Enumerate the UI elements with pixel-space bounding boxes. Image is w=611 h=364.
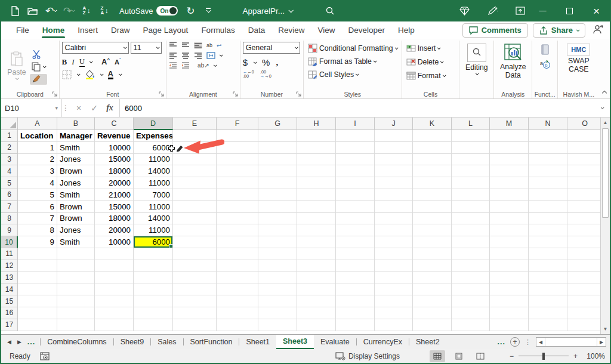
cell-F16[interactable] [217, 307, 258, 319]
delete-cells-button[interactable]: Delete [405, 57, 457, 67]
cell-D5[interactable]: 11000 [134, 177, 173, 189]
cell-L3[interactable] [452, 154, 490, 166]
decrease-decimal-icon[interactable]: .00→→0 [260, 70, 271, 78]
conditional-formatting-button[interactable]: Conditional Formatting [306, 43, 399, 54]
premium-diamond-icon[interactable] [455, 2, 473, 19]
cell-J4[interactable] [375, 165, 413, 177]
column-header-D[interactable]: D [134, 118, 173, 130]
row-header-7[interactable]: 7 [1, 201, 18, 213]
column-header-L[interactable]: L [452, 118, 490, 130]
cell-O1[interactable] [567, 130, 603, 142]
cell-E5[interactable] [173, 177, 217, 189]
cell-N6[interactable] [529, 189, 567, 201]
cell-M12[interactable] [490, 260, 529, 272]
cell-A7[interactable]: 6 [18, 201, 57, 213]
cell-M1[interactable] [490, 130, 529, 142]
sheet-tab-sheet3[interactable]: Sheet3 [276, 335, 314, 349]
cell-I13[interactable] [336, 272, 375, 284]
cell-I5[interactable] [336, 177, 375, 189]
cell-K5[interactable] [413, 177, 452, 189]
cell-N14[interactable] [529, 283, 567, 295]
cell-F12[interactable] [217, 260, 258, 272]
bold-button[interactable]: B [62, 57, 67, 67]
cell-O5[interactable] [567, 177, 603, 189]
ink-pen-icon[interactable] [484, 2, 502, 19]
cell-G11[interactable] [258, 248, 297, 260]
cell-H7[interactable] [297, 201, 336, 213]
cell-B10[interactable]: Smith [57, 236, 95, 248]
increase-font-size-button[interactable]: A^ [101, 57, 110, 66]
cell-K12[interactable] [413, 260, 452, 272]
cell-B7[interactable]: Brown [57, 201, 95, 213]
cell-E9[interactable] [173, 224, 217, 236]
next-sheet-icon[interactable]: ▶ [17, 339, 21, 345]
cell-K2[interactable] [413, 142, 452, 154]
tab-review[interactable]: Review [271, 21, 311, 39]
cell-M15[interactable] [490, 295, 529, 307]
cell-D13[interactable] [134, 272, 173, 284]
cell-L12[interactable] [452, 260, 490, 272]
cell-G16[interactable] [258, 307, 297, 319]
cell-H6[interactable] [297, 189, 336, 201]
column-header-M[interactable]: M [490, 118, 529, 130]
cell-N12[interactable] [529, 260, 567, 272]
cell-A4[interactable]: 3 [18, 165, 57, 177]
cell-J16[interactable] [375, 307, 413, 319]
column-header-N[interactable]: N [529, 118, 567, 130]
row-header-12[interactable]: 12 [1, 260, 18, 272]
cell-F13[interactable] [217, 272, 258, 284]
cell-N5[interactable] [529, 177, 567, 189]
scroll-left-icon[interactable]: ◀ [536, 338, 545, 346]
cell-L15[interactable] [452, 295, 490, 307]
accounting-dropdown-icon[interactable] [254, 60, 257, 64]
cell-H9[interactable] [297, 224, 336, 236]
cell-A16[interactable] [18, 307, 57, 319]
tab-insert[interactable]: Insert [71, 21, 104, 39]
align-center-icon[interactable] [181, 52, 190, 59]
cell-I6[interactable] [336, 189, 375, 201]
comma-style-icon[interactable]: , [276, 57, 278, 67]
cell-C8[interactable]: 18000 [95, 213, 134, 225]
cell-I9[interactable] [336, 224, 375, 236]
cell-I2[interactable] [336, 142, 375, 154]
cell-F5[interactable] [217, 177, 258, 189]
cell-A17[interactable] [18, 319, 57, 331]
column-header-C[interactable]: C [95, 118, 134, 130]
cell-E12[interactable] [173, 260, 217, 272]
cell-J14[interactable] [375, 283, 413, 295]
cell-G5[interactable] [258, 177, 297, 189]
cell-G13[interactable] [258, 272, 297, 284]
cell-C4[interactable]: 18000 [95, 165, 134, 177]
cell-E6[interactable] [173, 189, 217, 201]
decrease-font-size-button[interactable]: Aˇ [115, 58, 121, 66]
normal-view-button[interactable] [430, 350, 445, 362]
cell-K10[interactable] [413, 236, 452, 248]
cell-G14[interactable] [258, 283, 297, 295]
cell-H15[interactable] [297, 295, 336, 307]
cell-C14[interactable] [95, 283, 134, 295]
cell-F7[interactable] [217, 201, 258, 213]
cell-K9[interactable] [413, 224, 452, 236]
select-all-corner[interactable] [1, 118, 18, 130]
cell-C7[interactable]: 15000 [95, 201, 134, 213]
cell-K3[interactable] [413, 154, 452, 166]
cell-I7[interactable] [336, 201, 375, 213]
cell-J6[interactable] [375, 189, 413, 201]
cell-D15[interactable] [134, 295, 173, 307]
cell-L5[interactable] [452, 177, 490, 189]
open-file-icon[interactable] [24, 2, 42, 19]
row-header-1[interactable]: 1 [1, 130, 18, 142]
cell-F9[interactable] [217, 224, 258, 236]
tab-draw[interactable]: Draw [104, 21, 137, 39]
cell-J2[interactable] [375, 142, 413, 154]
cell-C9[interactable]: 20000 [95, 224, 134, 236]
cell-E7[interactable] [173, 201, 217, 213]
cell-O2[interactable] [567, 142, 603, 154]
cell-F11[interactable] [217, 248, 258, 260]
cell-B12[interactable] [57, 260, 95, 272]
cell-B1[interactable]: Manager [57, 130, 95, 142]
cell-O16[interactable] [567, 307, 603, 319]
cut-button[interactable] [30, 49, 47, 60]
row-header-11[interactable]: 11 [1, 248, 18, 260]
underline-dropdown-icon[interactable] [90, 60, 93, 63]
